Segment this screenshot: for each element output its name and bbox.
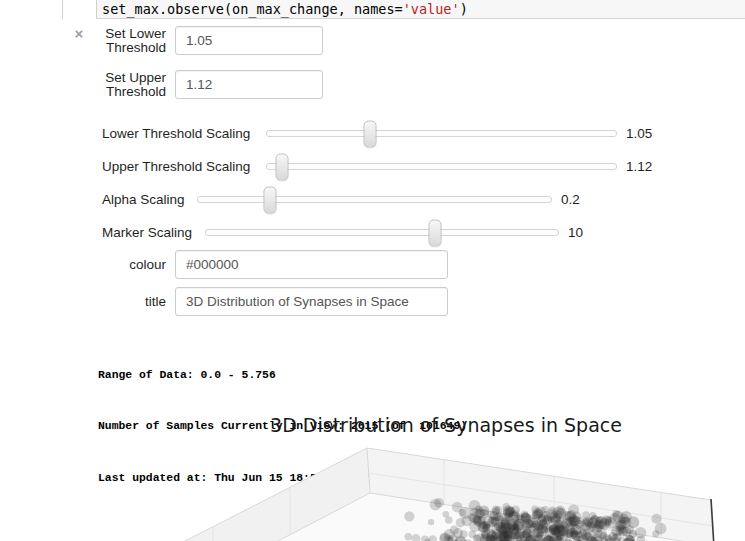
code-text: set_max.observe(on_max_change, names=	[102, 1, 403, 17]
title-label: title	[97, 295, 166, 309]
alpha-scaling-slider[interactable]	[197, 196, 552, 203]
code-editor[interactable]: set_max.observe(on_max_change, names='va…	[102, 1, 468, 17]
status-range-line: Range of Data: 0.0 - 5.756	[98, 367, 467, 384]
plot-title: 3D Distribution of Synapses in Space	[140, 414, 745, 436]
alpha-scaling-label: Alpha Scaling	[102, 192, 188, 207]
cell-selection-border	[62, 0, 63, 19]
colour-label: colour	[97, 258, 166, 272]
set-upper-threshold-input[interactable]	[175, 70, 323, 99]
upper-threshold-scaling-row: Upper Threshold Scaling 1.12	[0, 150, 745, 183]
marker-scaling-row: Marker Scaling 10	[0, 216, 745, 249]
marker-scaling-value: 10	[568, 225, 583, 240]
set-upper-threshold-row: Set Upper Threshold	[0, 70, 745, 99]
marker-scaling-label: Marker Scaling	[102, 225, 196, 240]
code-string-literal: 'value'	[403, 1, 460, 17]
slider-handle[interactable]	[429, 219, 442, 246]
colour-input[interactable]	[175, 250, 448, 279]
colour-row: colour	[0, 250, 745, 279]
title-input[interactable]	[175, 287, 448, 316]
upper-threshold-scaling-slider[interactable]	[266, 163, 617, 170]
lower-threshold-scaling-value: 1.05	[626, 126, 652, 141]
lower-threshold-scaling-label: Lower Threshold Scaling	[102, 126, 257, 141]
slider-handle[interactable]	[276, 153, 289, 180]
code-text-end: )	[460, 1, 468, 17]
scatter3d-figure	[140, 440, 745, 541]
alpha-scaling-value: 0.2	[561, 192, 580, 207]
slider-handle[interactable]	[264, 186, 277, 213]
set-lower-threshold-label: Set Lower Threshold	[97, 27, 166, 55]
set-lower-threshold-row: Set Lower Threshold	[0, 26, 745, 55]
upper-threshold-scaling-label: Upper Threshold Scaling	[102, 159, 257, 174]
code-cell[interactable]: set_max.observe(on_max_change, names='va…	[96, 0, 745, 19]
upper-threshold-scaling-value: 1.12	[626, 159, 652, 174]
alpha-scaling-row: Alpha Scaling 0.2	[0, 183, 745, 216]
slider-handle[interactable]	[363, 120, 376, 147]
title-row: title	[0, 287, 745, 316]
lower-threshold-scaling-slider[interactable]	[266, 130, 617, 137]
set-lower-threshold-input[interactable]	[175, 26, 323, 55]
lower-threshold-scaling-row: Lower Threshold Scaling 1.05	[0, 117, 745, 150]
marker-scaling-slider[interactable]	[205, 229, 559, 236]
set-upper-threshold-label: Set Upper Threshold	[97, 71, 166, 99]
notebook-page: set_max.observe(on_max_change, names='va…	[0, 0, 745, 541]
